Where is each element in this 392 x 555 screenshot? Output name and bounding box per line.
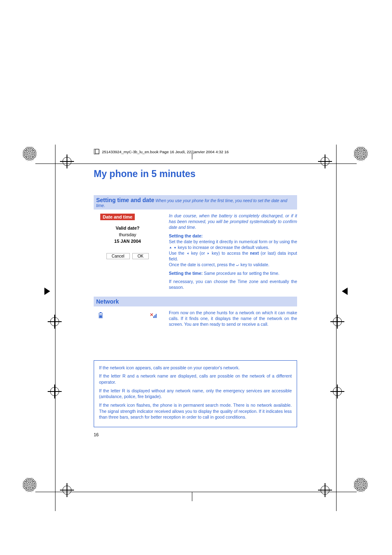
book-header: 251433924_myC-3b_lu_en.book Page 16 Jeud… xyxy=(94,149,297,154)
nav-instr-b: key (or xyxy=(191,251,207,256)
setting-date-heading: Setting the date: xyxy=(169,233,203,238)
info-p1: If the network icon appears, calls are p… xyxy=(99,365,292,371)
registration-arrow-right xyxy=(342,288,348,295)
cancel-button[interactable]: Cancel xyxy=(106,253,130,259)
battery-icon xyxy=(98,312,104,319)
instruction-text: In due course, when the battery is compl… xyxy=(169,213,297,292)
registration-mark-corner xyxy=(22,146,39,163)
nav-next-word: next xyxy=(250,251,259,256)
left-key-icon xyxy=(186,252,189,255)
registration-cross xyxy=(49,386,60,397)
setting-time-heading: Setting the time: xyxy=(169,271,203,276)
registration-mark-corner xyxy=(22,477,39,494)
time-instr: Same procedure as for setting the time. xyxy=(204,271,279,276)
validate-b: key to validate. xyxy=(240,262,269,267)
svg-rect-7 xyxy=(154,315,155,318)
softkey-row: Cancel OK xyxy=(94,253,161,259)
timezone-instr: If necessary, you can choose the Time zo… xyxy=(169,279,297,290)
registration-arrow-left xyxy=(44,288,50,295)
network-text: From now on the phone hunts for a networ… xyxy=(169,310,297,327)
section-setting-time: Setting time and date When you use your … xyxy=(94,195,297,210)
down-key-icon xyxy=(173,246,177,249)
svg-rect-6 xyxy=(153,316,154,318)
registration-cross xyxy=(49,316,60,327)
ok-button[interactable]: OK xyxy=(132,253,149,259)
svg-rect-8 xyxy=(156,314,157,318)
network-heading: Network xyxy=(96,298,119,305)
registration-cross xyxy=(62,485,72,495)
screen-line-2: thursday xyxy=(119,232,136,237)
screen-line-3: 15 JAN 2004 xyxy=(114,239,141,244)
registration-cross xyxy=(332,316,343,327)
info-p2: If the letter R and a network name are d… xyxy=(99,373,292,385)
validate-key-icon xyxy=(236,264,239,267)
intro-paragraph: In due course, when the battery is compl… xyxy=(169,213,297,230)
registration-cross xyxy=(62,156,72,167)
info-p4: If the network icon flashes, the phone i… xyxy=(99,402,292,420)
screen-line-1: Valid date? xyxy=(115,226,139,230)
book-icon xyxy=(94,149,99,154)
page-number: 16 xyxy=(94,432,297,437)
header-text: 251433924_myC-3b_lu_en.book Page 16 Jeud… xyxy=(102,150,228,154)
nav-instr-c: key) to access the xyxy=(212,251,250,256)
network-info-box: If the network icon appears, calls are p… xyxy=(94,360,297,428)
svg-rect-3 xyxy=(100,312,101,313)
right-key-icon xyxy=(207,252,210,255)
nav-instr-a: Use the xyxy=(169,251,186,256)
up-key-icon xyxy=(169,246,172,249)
date-instr-b: keys to increase or decrease the default… xyxy=(178,245,269,250)
registration-cross xyxy=(320,156,330,167)
crop-line xyxy=(35,492,357,492)
registration-mark-corner xyxy=(353,146,370,163)
crop-line xyxy=(336,145,337,511)
svg-rect-5 xyxy=(99,315,102,315)
registration-mark-corner xyxy=(353,477,370,494)
crop-line xyxy=(55,145,55,511)
page-content: 251433924_myC-3b_lu_en.book Page 16 Jeud… xyxy=(94,149,297,437)
signal-icon xyxy=(150,312,157,319)
page-title: My phone in 5 minutes xyxy=(94,168,297,180)
status-icons-mock xyxy=(94,310,161,327)
screen-body: Valid date? thursday 15 JAN 2004 xyxy=(94,225,161,245)
phone-screen-mock: Date and time Valid date? thursday 15 JA… xyxy=(94,213,161,292)
registration-cross xyxy=(332,386,343,397)
date-instr-a: Set the date by entering it directly in … xyxy=(169,239,297,244)
screen-title-bar: Date and time xyxy=(100,214,135,220)
validate-a: Once the date is correct, press the xyxy=(169,262,236,267)
registration-cross xyxy=(320,485,330,495)
svg-rect-4 xyxy=(99,316,102,318)
section-lead: Setting time and date xyxy=(96,197,154,203)
info-p3: If the letter R is displayed without any… xyxy=(99,388,292,400)
section-network: Network xyxy=(94,297,297,306)
